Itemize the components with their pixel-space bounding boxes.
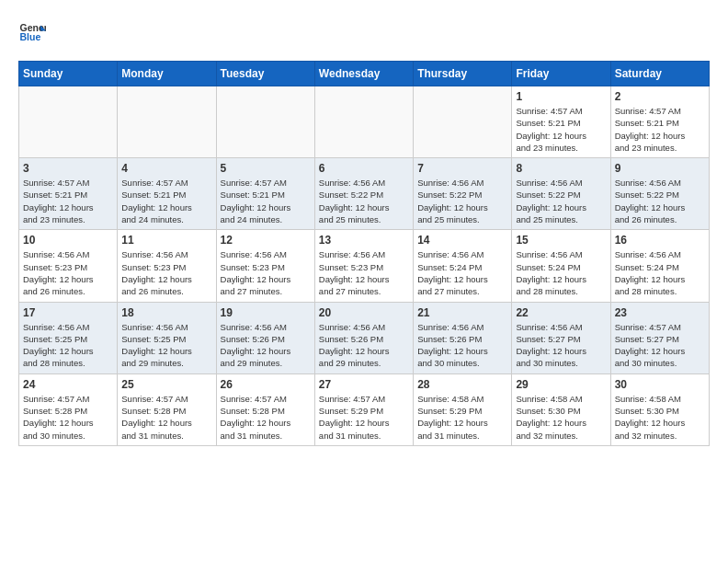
- day-number: 29: [516, 378, 606, 391]
- calendar-week-4: 17Sunrise: 4:56 AM Sunset: 5:25 PM Dayli…: [19, 302, 710, 373]
- day-info: Sunrise: 4:56 AM Sunset: 5:26 PM Dayligh…: [221, 321, 311, 370]
- day-number: 17: [23, 306, 113, 319]
- day-number: 26: [221, 378, 311, 391]
- calendar-cell: 13Sunrise: 4:56 AM Sunset: 5:23 PM Dayli…: [314, 230, 413, 302]
- day-info: Sunrise: 4:56 AM Sunset: 5:26 PM Dayligh…: [319, 321, 409, 370]
- calendar-cell: 7Sunrise: 4:56 AM Sunset: 5:22 PM Daylig…: [414, 158, 512, 230]
- day-number: 15: [516, 234, 606, 247]
- day-number: 12: [221, 234, 311, 247]
- day-info: Sunrise: 4:57 AM Sunset: 5:27 PM Dayligh…: [615, 321, 705, 370]
- calendar-cell: 24Sunrise: 4:57 AM Sunset: 5:28 PM Dayli…: [19, 373, 118, 445]
- day-info: Sunrise: 4:56 AM Sunset: 5:24 PM Dayligh…: [417, 248, 507, 297]
- day-info: Sunrise: 4:56 AM Sunset: 5:22 PM Dayligh…: [615, 177, 705, 225]
- calendar-header-row: SundayMondayTuesdayWednesdayThursdayFrid…: [19, 62, 710, 86]
- day-number: 19: [221, 306, 311, 319]
- day-info: Sunrise: 4:56 AM Sunset: 5:23 PM Dayligh…: [23, 248, 113, 297]
- calendar-cell: 25Sunrise: 4:57 AM Sunset: 5:28 PM Dayli…: [118, 373, 216, 445]
- calendar-cell: 22Sunrise: 4:56 AM Sunset: 5:27 PM Dayli…: [512, 302, 610, 373]
- calendar-cell: 28Sunrise: 4:58 AM Sunset: 5:29 PM Dayli…: [414, 373, 512, 445]
- calendar-cell: 6Sunrise: 4:56 AM Sunset: 5:22 PM Daylig…: [314, 158, 413, 230]
- calendar-cell: 20Sunrise: 4:56 AM Sunset: 5:26 PM Dayli…: [314, 302, 413, 373]
- day-info: Sunrise: 4:56 AM Sunset: 5:23 PM Dayligh…: [221, 248, 311, 297]
- col-header-tuesday: Tuesday: [216, 62, 314, 86]
- calendar-cell: 3Sunrise: 4:57 AM Sunset: 5:21 PM Daylig…: [19, 158, 118, 230]
- calendar-cell: 23Sunrise: 4:57 AM Sunset: 5:27 PM Dayli…: [610, 302, 709, 373]
- day-info: Sunrise: 4:58 AM Sunset: 5:30 PM Dayligh…: [516, 393, 606, 442]
- day-info: Sunrise: 4:56 AM Sunset: 5:22 PM Dayligh…: [417, 177, 507, 225]
- calendar-cell: 18Sunrise: 4:56 AM Sunset: 5:25 PM Dayli…: [118, 302, 216, 373]
- calendar-cell: 8Sunrise: 4:56 AM Sunset: 5:22 PM Daylig…: [512, 158, 610, 230]
- calendar-cell: 4Sunrise: 4:57 AM Sunset: 5:21 PM Daylig…: [118, 158, 216, 230]
- day-number: 28: [417, 378, 507, 391]
- day-info: Sunrise: 4:56 AM Sunset: 5:24 PM Dayligh…: [516, 248, 606, 297]
- day-info: Sunrise: 4:56 AM Sunset: 5:22 PM Dayligh…: [319, 177, 409, 225]
- day-info: Sunrise: 4:56 AM Sunset: 5:24 PM Dayligh…: [615, 248, 705, 297]
- day-info: Sunrise: 4:58 AM Sunset: 5:29 PM Dayligh…: [417, 393, 507, 442]
- day-info: Sunrise: 4:56 AM Sunset: 5:27 PM Dayligh…: [516, 321, 606, 370]
- logo-icon: General Blue: [18, 18, 46, 46]
- calendar-cell: 30Sunrise: 4:58 AM Sunset: 5:30 PM Dayli…: [610, 373, 709, 445]
- calendar-cell: 21Sunrise: 4:56 AM Sunset: 5:26 PM Dayli…: [414, 302, 512, 373]
- calendar-cell: 16Sunrise: 4:56 AM Sunset: 5:24 PM Dayli…: [610, 230, 709, 302]
- svg-text:Blue: Blue: [20, 31, 41, 42]
- day-info: Sunrise: 4:57 AM Sunset: 5:28 PM Dayligh…: [23, 393, 113, 442]
- day-number: 14: [417, 234, 507, 247]
- logo: General Blue: [18, 18, 46, 46]
- calendar-cell: 27Sunrise: 4:57 AM Sunset: 5:29 PM Dayli…: [314, 373, 413, 445]
- col-header-friday: Friday: [512, 62, 610, 86]
- day-number: 18: [121, 306, 211, 319]
- calendar-cell: [414, 86, 512, 158]
- calendar-cell: 29Sunrise: 4:58 AM Sunset: 5:30 PM Dayli…: [512, 373, 610, 445]
- calendar-week-1: 1Sunrise: 4:57 AM Sunset: 5:21 PM Daylig…: [19, 86, 710, 158]
- day-info: Sunrise: 4:56 AM Sunset: 5:25 PM Dayligh…: [23, 321, 113, 370]
- day-number: 20: [319, 306, 409, 319]
- day-number: 4: [121, 162, 211, 175]
- calendar-cell: [118, 86, 216, 158]
- calendar-week-2: 3Sunrise: 4:57 AM Sunset: 5:21 PM Daylig…: [19, 158, 710, 230]
- day-info: Sunrise: 4:57 AM Sunset: 5:28 PM Dayligh…: [121, 393, 211, 442]
- day-number: 22: [516, 306, 606, 319]
- page-header: General Blue: [18, 18, 710, 46]
- day-number: 23: [615, 306, 705, 319]
- calendar-cell: [314, 86, 413, 158]
- col-header-thursday: Thursday: [414, 62, 512, 86]
- calendar-cell: 10Sunrise: 4:56 AM Sunset: 5:23 PM Dayli…: [19, 230, 118, 302]
- calendar-cell: [19, 86, 118, 158]
- day-number: 21: [417, 306, 507, 319]
- calendar-cell: 17Sunrise: 4:56 AM Sunset: 5:25 PM Dayli…: [19, 302, 118, 373]
- day-number: 30: [615, 378, 705, 391]
- day-info: Sunrise: 4:56 AM Sunset: 5:23 PM Dayligh…: [319, 248, 409, 297]
- col-header-wednesday: Wednesday: [314, 62, 413, 86]
- calendar-cell: 14Sunrise: 4:56 AM Sunset: 5:24 PM Dayli…: [414, 230, 512, 302]
- day-number: 11: [121, 234, 211, 247]
- day-info: Sunrise: 4:57 AM Sunset: 5:28 PM Dayligh…: [221, 393, 311, 442]
- day-info: Sunrise: 4:58 AM Sunset: 5:30 PM Dayligh…: [615, 393, 705, 442]
- col-header-monday: Monday: [118, 62, 216, 86]
- calendar-cell: 19Sunrise: 4:56 AM Sunset: 5:26 PM Dayli…: [216, 302, 314, 373]
- day-number: 3: [23, 162, 113, 175]
- day-info: Sunrise: 4:57 AM Sunset: 5:21 PM Dayligh…: [615, 105, 705, 154]
- day-number: 27: [319, 378, 409, 391]
- calendar-table: SundayMondayTuesdayWednesdayThursdayFrid…: [18, 61, 710, 446]
- day-number: 1: [516, 90, 606, 103]
- calendar-cell: [216, 86, 314, 158]
- day-number: 5: [221, 162, 311, 175]
- day-number: 2: [615, 90, 705, 103]
- calendar-cell: 11Sunrise: 4:56 AM Sunset: 5:23 PM Dayli…: [118, 230, 216, 302]
- calendar-cell: 1Sunrise: 4:57 AM Sunset: 5:21 PM Daylig…: [512, 86, 610, 158]
- day-info: Sunrise: 4:57 AM Sunset: 5:21 PM Dayligh…: [221, 177, 311, 225]
- calendar-week-5: 24Sunrise: 4:57 AM Sunset: 5:28 PM Dayli…: [19, 373, 710, 445]
- day-number: 13: [319, 234, 409, 247]
- calendar-cell: 9Sunrise: 4:56 AM Sunset: 5:22 PM Daylig…: [610, 158, 709, 230]
- day-info: Sunrise: 4:56 AM Sunset: 5:25 PM Dayligh…: [121, 321, 211, 370]
- day-info: Sunrise: 4:56 AM Sunset: 5:23 PM Dayligh…: [121, 248, 211, 297]
- day-number: 24: [23, 378, 113, 391]
- calendar-cell: 15Sunrise: 4:56 AM Sunset: 5:24 PM Dayli…: [512, 230, 610, 302]
- calendar-week-3: 10Sunrise: 4:56 AM Sunset: 5:23 PM Dayli…: [19, 230, 710, 302]
- calendar-cell: 2Sunrise: 4:57 AM Sunset: 5:21 PM Daylig…: [610, 86, 709, 158]
- calendar-cell: 12Sunrise: 4:56 AM Sunset: 5:23 PM Dayli…: [216, 230, 314, 302]
- day-number: 9: [615, 162, 705, 175]
- col-header-saturday: Saturday: [610, 62, 709, 86]
- calendar-cell: 26Sunrise: 4:57 AM Sunset: 5:28 PM Dayli…: [216, 373, 314, 445]
- day-number: 10: [23, 234, 113, 247]
